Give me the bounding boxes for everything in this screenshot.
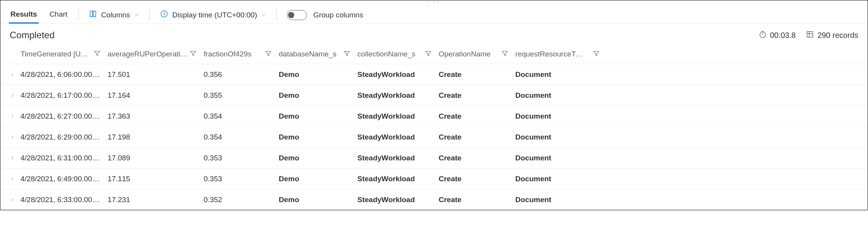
cell-frac429: 0.356	[204, 70, 279, 79]
cell-time: 4/28/2021, 6:29:00.000 PM	[21, 133, 108, 141]
separator	[78, 9, 79, 21]
svg-marker-11	[266, 51, 271, 55]
cell-db: Demo	[279, 175, 357, 183]
column-label: fractionOf429s	[204, 50, 252, 58]
filter-icon[interactable]	[501, 50, 508, 59]
cell-avgru: 17.363	[108, 112, 204, 121]
group-columns-toggle[interactable]: Group columns	[287, 10, 363, 20]
toolbar: Results Chart Columns Display time (UTC+…	[0, 4, 868, 24]
group-columns-label: Group columns	[313, 11, 363, 19]
expand-row-button[interactable]	[4, 93, 21, 98]
overflow-ellipsis[interactable]: · · ·	[0, 0, 868, 4]
expand-row-button[interactable]	[4, 155, 21, 161]
filter-icon[interactable]	[593, 50, 600, 59]
filter-icon[interactable]	[265, 50, 272, 59]
cell-restype: Document	[515, 133, 593, 141]
records-icon	[806, 30, 814, 41]
svg-rect-6	[807, 31, 813, 37]
columns-icon	[89, 10, 97, 20]
cell-coll: SteadyWorkload	[357, 91, 439, 100]
svg-marker-12	[344, 51, 350, 55]
cell-op: Create	[439, 112, 515, 121]
column-header-frac429[interactable]: fractionOf429s	[204, 50, 279, 59]
column-header-db[interactable]: databaseName_s	[279, 50, 357, 59]
cell-op: Create	[439, 196, 515, 204]
cell-time: 4/28/2021, 6:27:00.000 PM	[21, 112, 108, 121]
cell-coll: SteadyWorkload	[357, 112, 439, 121]
cell-coll: SteadyWorkload	[357, 70, 439, 79]
cell-coll: SteadyWorkload	[357, 175, 439, 183]
expand-row-button[interactable]	[4, 176, 21, 182]
cell-restype: Document	[515, 196, 593, 204]
cell-coll: SteadyWorkload	[357, 133, 439, 141]
display-time-label: Display time (UTC+00:00)	[172, 11, 257, 19]
expand-row-button[interactable]	[4, 72, 21, 77]
filter-icon[interactable]	[94, 50, 101, 59]
expand-row-button[interactable]	[4, 114, 21, 119]
column-header-coll[interactable]: collectionName_s	[357, 50, 439, 59]
cell-restype: Document	[515, 112, 593, 121]
svg-rect-1	[93, 11, 96, 17]
elapsed-time: 00:03.8	[758, 30, 796, 41]
cell-op: Create	[439, 91, 515, 100]
elapsed-value: 00:03.8	[770, 31, 796, 40]
column-header-op[interactable]: OperationName	[439, 50, 515, 59]
cell-coll: SteadyWorkload	[357, 154, 439, 162]
cell-frac429: 0.353	[204, 154, 279, 162]
column-label: TimeGenerated [UTC]	[21, 50, 92, 58]
table-row: 4/28/2021, 6:06:00.000 PM 17.501 0.356 D…	[0, 64, 868, 85]
expand-row-button[interactable]	[4, 134, 21, 140]
svg-point-3	[760, 32, 765, 37]
cell-frac429: 0.355	[204, 91, 279, 100]
column-label: collectionName_s	[357, 50, 415, 58]
cell-db: Demo	[279, 91, 357, 100]
chevron-down-icon	[261, 11, 266, 19]
tab-results[interactable]: Results	[10, 6, 38, 23]
svg-marker-14	[502, 51, 508, 55]
table-row: 4/28/2021, 6:29:00.000 PM 17.198 0.354 D…	[0, 126, 868, 147]
column-header-restype[interactable]: requestResourceType_s	[515, 50, 593, 58]
svg-marker-13	[425, 51, 431, 55]
cell-op: Create	[439, 70, 515, 79]
column-header-avgru[interactable]: averageRUPerOperation	[108, 50, 204, 59]
cell-db: Demo	[279, 70, 357, 79]
column-header-filter-last[interactable]	[593, 50, 600, 59]
cell-frac429: 0.353	[204, 175, 279, 183]
cell-op: Create	[439, 175, 515, 183]
clock-icon	[160, 10, 168, 20]
record-count: 290 records	[806, 30, 858, 41]
records-value: 290 records	[817, 31, 858, 40]
svg-marker-15	[594, 51, 599, 55]
table-header-row: TimeGenerated [UTC] averageRUPerOperatio…	[0, 44, 868, 64]
column-label: databaseName_s	[279, 50, 336, 58]
filter-icon[interactable]	[343, 50, 350, 59]
cell-restype: Document	[515, 91, 593, 100]
separator	[149, 9, 150, 21]
tab-chart[interactable]: Chart	[49, 6, 68, 23]
cell-frac429: 0.354	[204, 112, 279, 121]
cell-time: 4/28/2021, 6:49:00.000 PM	[21, 175, 108, 183]
results-table: TimeGenerated [UTC] averageRUPerOperatio…	[0, 44, 868, 210]
expand-row-button[interactable]	[4, 197, 21, 203]
cell-avgru: 17.115	[108, 175, 204, 183]
filter-icon[interactable]	[190, 50, 197, 59]
column-header-time[interactable]: TimeGenerated [UTC]	[21, 50, 108, 59]
display-time-dropdown[interactable]: Display time (UTC+00:00)	[160, 10, 266, 20]
cell-op: Create	[439, 154, 515, 162]
separator	[276, 9, 277, 21]
filter-icon[interactable]	[425, 50, 432, 59]
cell-restype: Document	[515, 70, 593, 79]
columns-dropdown[interactable]: Columns	[89, 10, 139, 20]
cell-db: Demo	[279, 133, 357, 141]
cell-avgru: 17.198	[108, 133, 204, 141]
columns-label: Columns	[101, 11, 130, 19]
column-label: OperationName	[439, 50, 491, 58]
svg-rect-0	[90, 11, 93, 17]
cell-coll: SteadyWorkload	[357, 196, 439, 204]
cell-db: Demo	[279, 112, 357, 121]
cell-frac429: 0.352	[204, 196, 279, 204]
cell-avgru: 17.164	[108, 91, 204, 100]
cell-op: Create	[439, 133, 515, 141]
table-row: 4/28/2021, 6:17:00.000 PM 17.164 0.355 D…	[0, 85, 868, 106]
view-tabs: Results Chart	[10, 7, 68, 23]
